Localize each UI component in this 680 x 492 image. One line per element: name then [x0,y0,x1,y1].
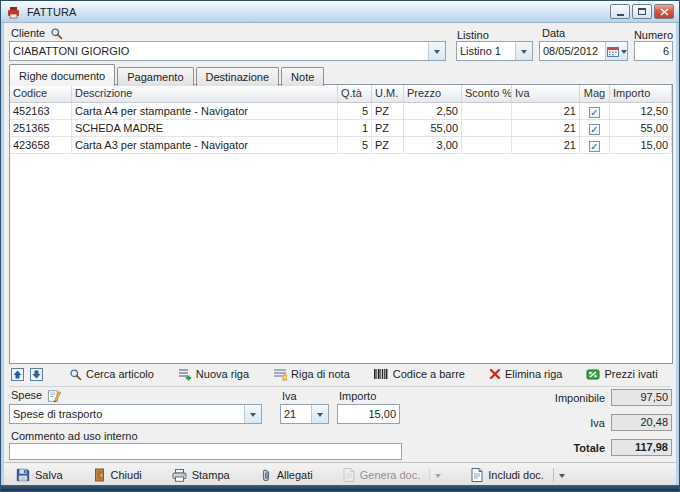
tab-pagamento[interactable]: Pagamento [117,67,193,86]
commento-field[interactable] [9,443,402,460]
cerca-articolo-label: Cerca articolo [86,368,154,380]
cell-descrizione: SCHEDA MADRE [72,120,338,136]
listino-value: Listino 1 [457,42,515,60]
column-header-sconto[interactable]: Sconto % [462,85,512,102]
mag-checkbox[interactable]: ✓ [589,141,600,152]
cell-mag: ✓ [580,103,610,119]
spese-importo-field[interactable]: 15,00 [337,404,400,424]
barcode-icon [374,368,389,380]
column-header-codice[interactable]: Codice [10,85,72,102]
column-header-qta[interactable]: Q.tà [338,85,372,102]
cliente-dropdown-button[interactable] [428,42,445,60]
separator [9,386,671,387]
nuova-riga-button[interactable]: Nuova riga [178,368,249,381]
calendar-button[interactable] [605,42,627,60]
elimina-riga-label: Elimina riga [505,368,562,380]
riga-di-nota-button[interactable]: Riga di nota [273,368,350,381]
table-row[interactable]: 423658 Carta A3 per stampante - Navigato… [10,137,672,154]
cell-prezzo: 55,00 [404,120,462,136]
document-rows-table: Codice Descrizione Q.tà U.M. Prezzo Scon… [9,84,673,364]
chiudi-button[interactable]: Chiudi [93,468,142,482]
cell-importo: 55,00 [610,120,672,136]
rows-toolbar: Cerca articolo Nuova riga Riga di nota C… [11,366,680,382]
genera-doc-dropdown-button[interactable] [429,468,441,482]
minimize-button[interactable] [610,4,630,19]
spese-iva-value: 21 [281,405,311,423]
data-label: Data [542,27,565,40]
chevron-down-icon [621,50,627,57]
minimize-icon [617,14,624,16]
tab-destinazione[interactable]: Destinazione [196,67,280,86]
includi-doc-button[interactable]: Includi doc. [471,468,565,482]
prezzi-ivati-button[interactable]: Prezzi ivati [586,368,657,381]
cell-codice: 452163 [10,103,72,119]
tab-righe-documento[interactable]: Righe documento [9,64,115,86]
cell-um: PZ [372,120,404,136]
cell-mag: ✓ [580,137,610,153]
includi-doc-dropdown-button[interactable] [553,468,565,482]
cell-descrizione: Carta A4 per stampante - Navigator [72,103,338,119]
cell-prezzo: 2,50 [404,103,462,119]
prices-vat-icon [586,368,600,381]
column-header-um[interactable]: U.M. [372,85,404,102]
column-header-importo[interactable]: Importo [610,85,672,102]
search-icon [69,368,82,381]
genera-doc-label: Genera doc. [360,469,421,481]
totale-label: Totale [501,442,605,455]
codice-a-barre-button[interactable]: Codice a barre [374,368,465,380]
table-row[interactable]: 251365 SCHEDA MADRE 1 PZ 55,00 21 ✓ 55,0… [10,120,672,137]
spese-dropdown-button[interactable] [244,405,261,423]
close-icon [660,8,669,16]
cell-prezzo: 3,00 [404,137,462,153]
prezzi-ivati-label: Prezzi ivati [604,368,657,380]
genera-doc-button[interactable]: Genera doc. [343,468,442,482]
spese-importo-value: 15,00 [338,405,399,423]
mag-checkbox[interactable]: ✓ [589,124,600,135]
cell-qta: 1 [338,120,372,136]
action-bar: Salva Chiudi Stampa Allegati Genera doc.… [4,462,676,487]
tab-bar: Righe documento Pagamento Destinazione N… [9,64,326,86]
imponibile-field: 97,50 [611,389,672,406]
listino-combobox[interactable]: Listino 1 [456,41,533,61]
spese-combobox[interactable]: Spese di trasporto [9,404,262,424]
cliente-combobox[interactable]: CIABATTONI GIORGIO [9,41,446,61]
spese-iva-combobox[interactable]: 21 [280,404,329,424]
column-header-iva[interactable]: Iva [512,85,580,102]
column-header-mag[interactable]: Mag [580,85,610,102]
close-button[interactable] [654,4,674,19]
chevron-down-icon [250,413,256,420]
cerca-articolo-button[interactable]: Cerca articolo [69,368,154,381]
edit-pencil-icon[interactable] [47,389,62,403]
numero-field[interactable]: 6 [634,41,673,61]
salva-button[interactable]: Salva [16,468,63,482]
includi-doc-label: Includi doc. [488,469,544,481]
chevron-down-icon [559,474,565,481]
cell-um: PZ [372,103,404,119]
cliente-label: Cliente [11,27,45,40]
table-row[interactable]: 452163 Carta A4 per stampante - Navigato… [10,103,672,120]
iva-total-field: 20,48 [611,414,672,431]
allegati-label: Allegati [277,469,313,481]
document-icon [471,468,483,482]
mag-checkbox[interactable]: ✓ [589,107,600,118]
elimina-riga-button[interactable]: Elimina riga [489,368,562,380]
spese-iva-dropdown-button[interactable] [311,405,328,423]
move-row-down-button[interactable] [30,368,43,381]
riga-di-nota-label: Riga di nota [291,368,350,380]
search-icon[interactable] [50,27,63,40]
tab-note[interactable]: Note [281,67,324,86]
arrow-down-icon [30,368,43,381]
spese-iva-label: Iva [282,390,297,403]
column-header-prezzo[interactable]: Prezzo [404,85,462,102]
cell-importo: 15,00 [610,137,672,153]
stampa-button[interactable]: Stampa [172,469,230,482]
stampa-label: Stampa [192,469,230,481]
maximize-button[interactable] [632,4,652,19]
data-datepicker[interactable]: 08/05/2012 [539,41,628,61]
cell-descrizione: Carta A3 per stampante - Navigator [72,137,338,153]
spese-importo-label: Importo [339,390,376,403]
column-header-descrizione[interactable]: Descrizione [72,85,338,102]
listino-dropdown-button[interactable] [515,42,532,60]
allegati-button[interactable]: Allegati [260,468,313,482]
move-row-up-button[interactable] [11,368,24,381]
